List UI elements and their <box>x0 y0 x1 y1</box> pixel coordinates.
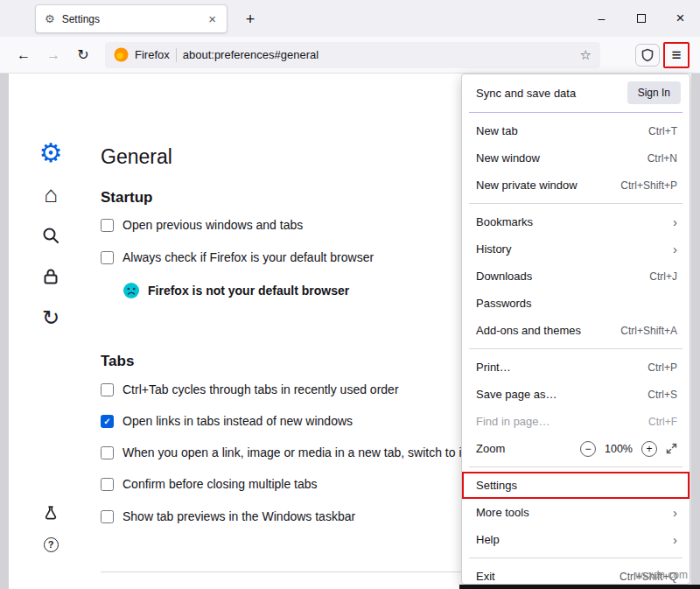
window-controls: – × <box>582 0 700 37</box>
checkbox-label: Open links in tabs instead of new window… <box>122 414 353 428</box>
menu-item-label: Help <box>476 533 500 546</box>
menu-divider <box>469 557 682 558</box>
menu-item-label: Passwords <box>476 297 532 310</box>
bookmark-star-icon[interactable]: ☆ <box>580 47 592 63</box>
menu-item-sync[interactable]: Sync and save data Sign In <box>462 78 690 108</box>
sidebar-item-support[interactable]: ? <box>37 530 65 558</box>
menu-item-new-tab[interactable]: New tab Ctrl+T <box>462 117 690 144</box>
menu-item-find-in-page[interactable]: Find in page… Ctrl+F <box>462 408 690 435</box>
sidebar-item-general[interactable]: ⚙ <box>37 139 65 167</box>
sync-label: Sync and save data <box>476 87 576 100</box>
firefox-logo-icon <box>114 47 129 62</box>
menu-item-save-page-as[interactable]: Save page as… Ctrl+S <box>462 381 690 408</box>
menu-item-shortcut: Ctrl+T <box>648 125 677 137</box>
close-window-button[interactable]: × <box>661 0 700 37</box>
menu-item-addons-themes[interactable]: Add-ons and themes Ctrl+Shift+A <box>462 317 690 344</box>
navigation-toolbar: ← → ↻ Firefox about:preferences#general … <box>0 37 700 74</box>
sidebar-item-sync[interactable]: ↻ <box>37 304 65 332</box>
menu-item-label: Bookmarks <box>476 215 533 228</box>
checkbox-label: Show tab previews in the Windows taskbar <box>122 509 355 523</box>
submenu-chevron-icon: › <box>673 242 677 256</box>
menu-divider <box>469 466 682 467</box>
menu-item-label: History <box>476 242 511 256</box>
zoom-level[interactable]: 100% <box>605 443 633 455</box>
sidebar-item-experiments[interactable] <box>37 499 65 527</box>
menu-item-shortcut: Ctrl+F <box>648 416 677 428</box>
checkbox[interactable] <box>101 251 114 264</box>
menu-item-passwords[interactable]: Passwords <box>462 290 690 317</box>
tab-settings[interactable]: ⚙ Settings × <box>35 4 228 33</box>
menu-item-label: New tab <box>476 124 518 137</box>
address-bar[interactable]: Firefox about:preferences#general ☆ <box>105 42 600 68</box>
general-gear-icon: ⚙ <box>39 140 63 166</box>
menu-item-label: Exit <box>476 570 495 583</box>
sidebar-item-privacy-security[interactable] <box>37 263 65 291</box>
new-tab-button[interactable]: + <box>238 7 262 32</box>
search-icon <box>41 226 60 245</box>
menu-item-label: Add-ons and themes <box>476 324 581 337</box>
menu-item-more-tools[interactable]: More tools › <box>462 499 690 526</box>
url-text[interactable]: about:preferences#general <box>183 48 574 61</box>
checkbox[interactable] <box>101 383 114 396</box>
tab-bar: ⚙ Settings × + – × <box>0 0 700 37</box>
menu-item-new-window[interactable]: New window Ctrl+N <box>462 144 690 172</box>
menu-item-label: Settings <box>476 479 517 492</box>
menu-item-bookmarks[interactable]: Bookmarks › <box>462 208 690 235</box>
menu-divider <box>469 203 682 204</box>
checkbox-label: Always check if Firefox is your default … <box>122 250 374 264</box>
experiments-flask-icon <box>43 505 59 521</box>
back-button[interactable]: ← <box>10 42 37 68</box>
reload-button[interactable]: ↻ <box>70 42 96 68</box>
menu-item-help[interactable]: Help › <box>462 526 690 553</box>
menu-item-print[interactable]: Print… Ctrl+P <box>462 354 690 381</box>
tab-close-icon[interactable]: × <box>206 11 218 26</box>
sidebar-item-home[interactable]: ⌂ <box>37 180 65 208</box>
tabs-heading: Tabs <box>101 353 134 370</box>
minimize-button[interactable]: – <box>582 0 621 37</box>
menu-item-label: Save page as… <box>476 388 557 401</box>
default-browser-notice: Firefox is not your default browser <box>122 282 349 299</box>
tab-title: Settings <box>62 13 200 25</box>
menu-item-zoom: Zoom − 100% + <box>462 435 690 462</box>
startup-heading: Startup <box>101 189 153 207</box>
sign-in-button[interactable]: Sign In <box>627 81 681 104</box>
menu-item-label: New window <box>476 151 540 165</box>
urlbar-separator <box>176 48 177 62</box>
zoom-out-button[interactable]: − <box>580 441 596 457</box>
search-engine-label: Firefox <box>135 48 170 61</box>
menu-item-settings[interactable]: Settings <box>462 472 690 499</box>
checkbox[interactable] <box>101 510 114 523</box>
submenu-chevron-icon: › <box>673 532 677 547</box>
maximize-button[interactable] <box>621 0 661 37</box>
menu-item-shortcut: Ctrl+Shift+A <box>620 325 677 337</box>
menu-item-shortcut: Ctrl+N <box>648 152 677 165</box>
zoom-in-button[interactable]: + <box>641 441 657 457</box>
menu-item-shortcut: Ctrl+Shift+P <box>620 179 677 192</box>
menu-item-label: Downloads <box>476 270 532 283</box>
forward-button[interactable]: → <box>40 42 66 68</box>
maximize-icon <box>637 14 646 23</box>
submenu-chevron-icon: › <box>673 505 677 520</box>
menu-item-shortcut: Ctrl+S <box>648 389 677 401</box>
lock-icon <box>41 267 60 286</box>
menu-item-history[interactable]: History › <box>462 235 690 263</box>
default-browser-notice-text: Firefox is not your default browser <box>148 284 349 298</box>
checkbox[interactable] <box>101 415 114 428</box>
menu-item-shortcut: Ctrl+P <box>648 361 677 374</box>
menu-item-label: More tools <box>476 506 529 519</box>
checkbox[interactable] <box>101 219 114 232</box>
checkbox[interactable] <box>101 446 114 459</box>
fullscreen-icon[interactable] <box>666 443 677 454</box>
page-title: General <box>101 145 172 169</box>
menu-item-downloads[interactable]: Downloads Ctrl+J <box>462 263 690 290</box>
checkbox-label: Ctrl+Tab cycles through tabs in recently… <box>122 382 399 396</box>
menu-item-label: Find in page… <box>476 415 550 428</box>
menu-button[interactable]: ≡ <box>663 42 690 68</box>
sidebar-item-search[interactable] <box>37 221 65 249</box>
checkbox[interactable] <box>101 478 114 491</box>
sync-icon: ↻ <box>42 307 60 328</box>
window-border-left <box>0 74 9 589</box>
settings-gear-icon: ⚙ <box>45 13 55 25</box>
menu-item-new-private-window[interactable]: New private window Ctrl+Shift+P <box>462 172 690 199</box>
protections-shield-icon[interactable] <box>635 44 660 67</box>
